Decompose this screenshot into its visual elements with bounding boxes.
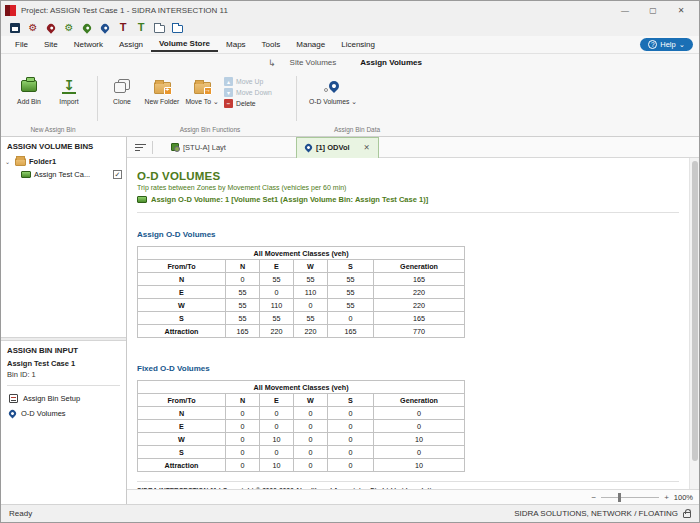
- table-cell: 55: [226, 312, 260, 325]
- open-folder-icon[interactable]: [153, 22, 165, 34]
- zoom-slider-thumb[interactable]: [618, 493, 621, 502]
- add-bin-button[interactable]: Add Bin: [11, 74, 47, 106]
- folder-icon: [15, 158, 26, 166]
- column-header: S: [328, 394, 374, 407]
- table-cell: 10: [260, 459, 294, 472]
- close-tab-icon[interactable]: ✕: [364, 143, 370, 152]
- save-icon[interactable]: [9, 22, 21, 34]
- table-cell: 0: [328, 407, 374, 420]
- menu-network[interactable]: Network: [66, 38, 111, 51]
- tree-collapse-icon[interactable]: ⌄: [5, 158, 12, 165]
- menu-manage[interactable]: Manage: [288, 38, 333, 51]
- table-row: E00000: [138, 420, 465, 433]
- table-cell: 0: [328, 420, 374, 433]
- intersection-green-icon[interactable]: T: [135, 22, 147, 34]
- zoom-in-icon[interactable]: +: [664, 493, 669, 502]
- close-button[interactable]: ✕: [667, 2, 695, 18]
- tab-stu-a-layout[interactable]: [STU-A] Layt: [163, 140, 234, 155]
- help-button[interactable]: ? Help ⌄: [640, 38, 693, 51]
- table-cell: 55: [260, 312, 294, 325]
- column-header: N: [226, 260, 260, 273]
- zoom-slider[interactable]: [601, 497, 659, 498]
- move-to-button[interactable]: → Move To ⌄: [184, 74, 220, 106]
- column-header: W: [294, 260, 328, 273]
- table-row: E55011055220: [138, 286, 465, 299]
- new-folder-button[interactable]: + New Folder: [144, 74, 180, 106]
- scrollbar-thumb[interactable]: [692, 161, 698, 461]
- import-folder-icon[interactable]: [171, 22, 183, 34]
- menu-assign[interactable]: Assign: [111, 38, 151, 51]
- menu-volume-store[interactable]: Volume Store: [151, 37, 218, 52]
- table-cell: 0: [294, 299, 328, 312]
- import-icon: ↧: [62, 78, 76, 94]
- move-up-icon: ▴: [224, 77, 233, 86]
- table-row: W55110055220: [138, 299, 465, 312]
- intersection-red-icon[interactable]: T: [117, 22, 129, 34]
- tree-item-folder1[interactable]: ⌄ Folder1: [1, 154, 126, 168]
- table-cell: 0: [226, 407, 260, 420]
- maximize-button[interactable]: ▢: [639, 2, 667, 18]
- site-settings-green-icon[interactable]: ⚙: [63, 22, 75, 34]
- window-title: Project: ASSIGN Test Case 1 - SIDRA INTE…: [21, 6, 228, 15]
- table-cell: 110: [260, 299, 294, 312]
- table-span-header: All Movement Classes (veh): [138, 247, 465, 260]
- app-logo-icon: [5, 5, 16, 16]
- row-header: W: [138, 299, 226, 312]
- clone-button[interactable]: Clone: [104, 74, 140, 106]
- row-header: Attraction: [138, 325, 226, 338]
- vertical-scrollbar[interactable]: [689, 158, 699, 489]
- ribbon-tab-assign-volumes[interactable]: Assign Volumes: [350, 56, 432, 69]
- site-pin-red-icon[interactable]: [45, 22, 57, 34]
- row-header: S: [138, 312, 226, 325]
- table-cell: 0: [374, 420, 465, 433]
- table-cell: 0: [328, 312, 374, 325]
- sidebar-item-od-volumes[interactable]: O-D Volumes: [1, 406, 126, 421]
- table-cell: 10: [260, 433, 294, 446]
- add-bin-icon: [21, 80, 37, 92]
- menu-maps[interactable]: Maps: [218, 38, 254, 51]
- tab-list-icon[interactable]: [135, 144, 146, 151]
- column-header: Generation: [374, 260, 465, 273]
- table-cell: 0: [226, 446, 260, 459]
- zoom-out-icon[interactable]: −: [591, 493, 596, 502]
- report-area: O-D VOLUMES Trip rates between Zones by …: [127, 158, 699, 489]
- network-pin-blue-icon[interactable]: [99, 22, 111, 34]
- menu-tools[interactable]: Tools: [254, 38, 289, 51]
- menu-site[interactable]: Site: [36, 38, 66, 51]
- table-cell: 165: [374, 312, 465, 325]
- od-volumes-button[interactable]: O-D Volumes ⌄: [308, 74, 358, 106]
- menu-file[interactable]: File: [7, 38, 36, 51]
- table-cell: 220: [374, 286, 465, 299]
- move-up-button[interactable]: ▴ Move Up: [224, 77, 272, 86]
- move-down-button[interactable]: ▾ Move Down: [224, 88, 272, 97]
- tree-item-assign-test-case[interactable]: Assign Test Ca... ✓: [1, 168, 126, 181]
- table-cell: 55: [294, 273, 328, 286]
- table-row: W0100010: [138, 433, 465, 446]
- row-header: N: [138, 407, 226, 420]
- table-cell: 0: [226, 273, 260, 286]
- table-cell: 0: [260, 286, 294, 299]
- bin-checkbox[interactable]: ✓: [113, 170, 122, 179]
- table-row: Attraction165220220165770: [138, 325, 465, 338]
- section-heading-fixed: Fixed O-D Volumes: [137, 364, 679, 373]
- bin-icon: [137, 196, 147, 203]
- volume-line: Assign O-D Volume: 1 [Volume Set1 (Assig…: [137, 195, 679, 204]
- table-cell: 55: [260, 273, 294, 286]
- chevron-down-icon: ⌄: [679, 40, 685, 49]
- column-header: From/To: [138, 394, 226, 407]
- sidebar-item-assign-bin-setup[interactable]: Assign Bin Setup: [1, 391, 126, 406]
- return-arrow-icon: ↳: [268, 58, 276, 68]
- delete-button[interactable]: − Delete: [224, 99, 272, 108]
- menu-licensing[interactable]: Licensing: [333, 38, 383, 51]
- assign-od-volumes-table: All Movement Classes (veh)From/ToNEWSGen…: [137, 246, 465, 338]
- ribbon-tab-site-volumes[interactable]: Site Volumes: [280, 56, 347, 69]
- footer-copyright: SIDRA INTERSECTION 11 | Copyright © 2000…: [137, 487, 679, 489]
- table-cell: 110: [294, 286, 328, 299]
- title-bar: Project: ASSIGN Test Case 1 - SIDRA INTE…: [1, 1, 699, 19]
- minimize-button[interactable]: —: [611, 2, 639, 18]
- import-button[interactable]: ↧ Import: [51, 74, 87, 106]
- site-pin-green-icon[interactable]: [81, 22, 93, 34]
- site-settings-red-icon[interactable]: ⚙: [27, 22, 39, 34]
- tab-od-volumes[interactable]: [1] ODVol ✕: [296, 137, 379, 158]
- ribbon-group-assign-bin-functions: Assign Bin Functions: [105, 126, 315, 133]
